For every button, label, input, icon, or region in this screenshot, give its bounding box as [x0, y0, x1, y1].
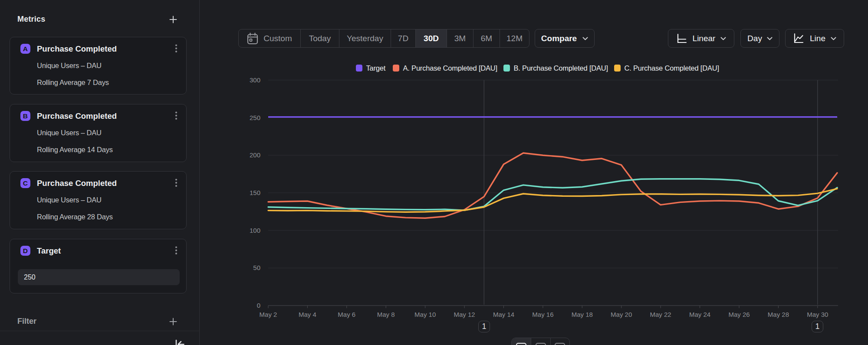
svg-text:May 26: May 26: [728, 311, 750, 318]
svg-text:200: 200: [250, 151, 260, 159]
svg-text:50: 50: [253, 264, 260, 271]
svg-text:May 8: May 8: [377, 311, 395, 318]
svg-text:150: 150: [250, 189, 260, 196]
svg-text:May 16: May 16: [532, 311, 553, 318]
svg-text:0: 0: [257, 302, 260, 309]
svg-text:May 14: May 14: [493, 311, 514, 318]
svg-text:May 30: May 30: [807, 311, 828, 318]
svg-text:May 28: May 28: [768, 311, 789, 318]
svg-text:May 2: May 2: [260, 311, 277, 318]
svg-text:May 6: May 6: [338, 311, 355, 318]
svg-text:100: 100: [250, 227, 260, 234]
svg-text:May 20: May 20: [611, 311, 632, 318]
svg-text:300: 300: [250, 76, 260, 84]
svg-text:May 24: May 24: [689, 311, 710, 318]
svg-text:May 10: May 10: [414, 311, 436, 318]
svg-text:May 18: May 18: [572, 311, 593, 318]
svg-text:May 22: May 22: [650, 311, 671, 318]
svg-text:May 12: May 12: [454, 311, 475, 318]
svg-text:250: 250: [250, 114, 260, 121]
svg-text:May 4: May 4: [299, 311, 316, 318]
